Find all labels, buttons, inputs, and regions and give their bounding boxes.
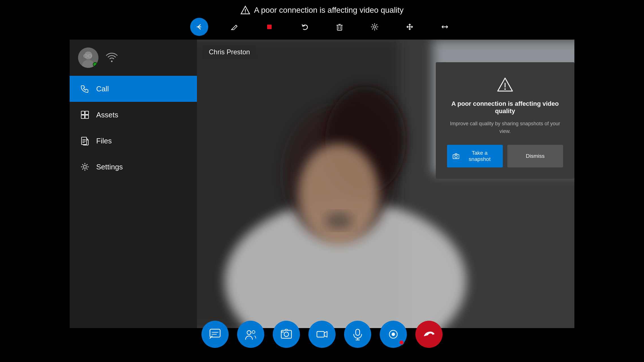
svg-point-35 xyxy=(247,331,251,335)
move-button[interactable] xyxy=(401,18,419,36)
dialog-warning-icon xyxy=(497,76,514,93)
svg-rect-32 xyxy=(210,329,220,337)
undo-button[interactable] xyxy=(295,18,314,36)
svg-point-5 xyxy=(373,26,376,28)
files-icon xyxy=(80,136,90,146)
svg-rect-41 xyxy=(356,329,360,335)
video-area: Chris Preston A poor connection is affec… xyxy=(197,40,574,328)
take-snapshot-button[interactable]: Take a snapshot xyxy=(447,145,503,167)
dismiss-button-label: Dismiss xyxy=(526,153,545,159)
microphone-button[interactable] xyxy=(344,321,371,348)
svg-point-27 xyxy=(325,213,352,229)
back-button[interactable] xyxy=(190,18,208,36)
sidebar-item-settings[interactable]: Settings xyxy=(70,154,197,180)
online-status-dot xyxy=(93,62,97,67)
sidebar-header xyxy=(70,40,197,76)
caller-name-badge: Chris Preston xyxy=(203,45,256,59)
sidebar-item-files[interactable]: Files xyxy=(70,128,197,154)
call-label: Call xyxy=(96,85,109,93)
svg-point-26 xyxy=(299,144,379,244)
svg-rect-15 xyxy=(81,137,87,145)
svg-rect-2 xyxy=(267,25,272,29)
record-button[interactable] xyxy=(380,321,407,348)
sidebar-item-call[interactable]: Call xyxy=(70,76,197,102)
svg-point-1 xyxy=(245,12,246,13)
chat-button[interactable] xyxy=(201,321,229,348)
svg-point-45 xyxy=(392,333,395,336)
participants-button[interactable] xyxy=(237,321,264,348)
sidebar-item-assets[interactable]: Assets xyxy=(70,102,197,128)
record-active-dot xyxy=(399,340,404,345)
dialog-buttons: Take a snapshot Dismiss xyxy=(447,145,563,167)
assets-label: Assets xyxy=(96,111,118,119)
sidebar: Call Assets xyxy=(70,40,197,328)
dialog-subtitle: Improve call quality by sharing snapshot… xyxy=(447,120,563,135)
top-warning-text: A poor connection is affecting video qua… xyxy=(254,6,404,15)
svg-rect-39 xyxy=(282,331,284,333)
svg-rect-14 xyxy=(85,115,89,118)
video-feed: Chris Preston A poor connection is affec… xyxy=(197,40,574,328)
call-icon xyxy=(80,84,90,94)
pen-tool-button[interactable] xyxy=(225,18,243,36)
files-label: Files xyxy=(96,137,112,145)
connection-dialog: A poor connection is affecting video qua… xyxy=(436,62,574,179)
svg-rect-13 xyxy=(81,115,85,118)
bottom-controls xyxy=(0,321,644,348)
caller-name-text: Chris Preston xyxy=(209,48,250,56)
svg-point-38 xyxy=(284,332,289,337)
stop-button[interactable] xyxy=(260,18,278,36)
svg-point-29 xyxy=(505,89,506,90)
settings-icon xyxy=(80,162,90,172)
delete-button[interactable] xyxy=(330,18,349,36)
svg-rect-40 xyxy=(317,331,324,337)
assets-icon xyxy=(80,110,90,120)
warning-icon xyxy=(241,5,250,15)
avatar xyxy=(78,48,98,68)
video-button[interactable] xyxy=(308,321,336,348)
snapshot-button-label: Take a snapshot xyxy=(462,150,497,162)
sidebar-nav: Call Assets xyxy=(70,76,197,328)
svg-rect-11 xyxy=(81,111,85,115)
wifi-icon xyxy=(105,53,118,63)
svg-point-19 xyxy=(83,165,86,168)
svg-point-31 xyxy=(455,155,457,158)
svg-point-36 xyxy=(252,331,255,333)
screenshot-button[interactable] xyxy=(273,321,300,348)
settings-toolbar-button[interactable] xyxy=(366,18,384,36)
main-content: Call Assets xyxy=(70,40,574,328)
toolbar xyxy=(0,16,644,38)
dismiss-button[interactable]: Dismiss xyxy=(507,145,563,167)
expand-button[interactable] xyxy=(436,18,454,36)
end-call-button[interactable] xyxy=(415,321,443,348)
dialog-title: A poor connection is affecting video qua… xyxy=(447,100,563,115)
settings-label: Settings xyxy=(96,163,123,171)
svg-rect-12 xyxy=(85,111,89,115)
